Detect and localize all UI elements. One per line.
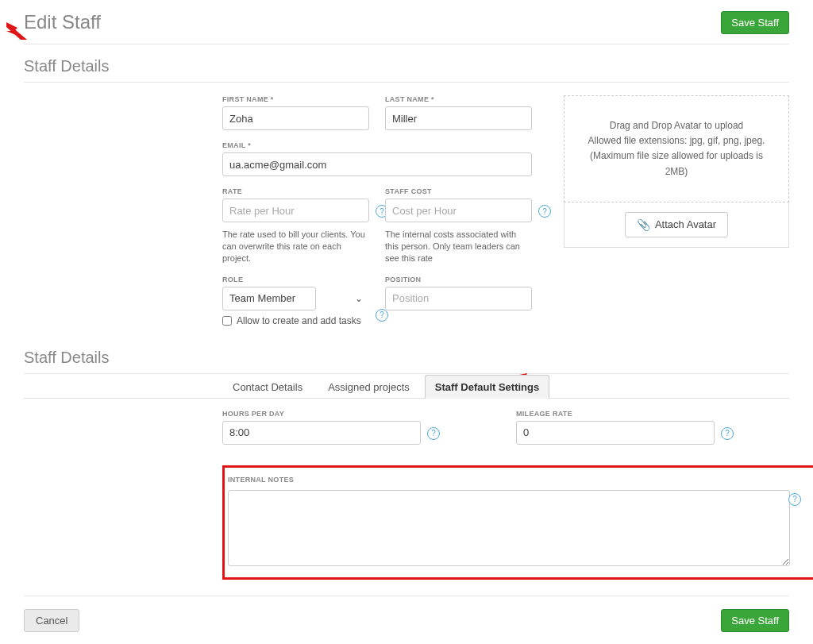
internal-notes-label: INTERNAL NOTES bbox=[228, 476, 800, 484]
internal-notes-textarea[interactable] bbox=[228, 490, 790, 566]
annotation-arrow-icon bbox=[6, 22, 27, 40]
first-name-input[interactable] bbox=[222, 106, 369, 130]
tab-staff-default-settings[interactable]: Staff Default Settings bbox=[425, 375, 549, 399]
tab-assigned-projects[interactable]: Assigned projects bbox=[318, 375, 420, 399]
avatar-drop-line3: (Maximum file size allowed for uploads i… bbox=[577, 148, 776, 179]
save-staff-button-bottom[interactable]: Save Staff bbox=[721, 609, 789, 632]
mileage-rate-label: MILEAGE RATE bbox=[516, 410, 715, 418]
hours-per-day-input[interactable] bbox=[222, 421, 421, 445]
help-icon[interactable]: ? bbox=[538, 205, 551, 218]
position-input[interactable] bbox=[385, 287, 532, 310]
rate-label: RATE bbox=[222, 187, 369, 195]
help-icon[interactable]: ? bbox=[721, 427, 734, 440]
divider bbox=[24, 596, 789, 596]
help-icon[interactable]: ? bbox=[427, 427, 440, 440]
allow-tasks-label: Allow to create and add tasks bbox=[237, 315, 361, 326]
position-label: POSITION bbox=[385, 276, 532, 283]
email-label: EMAIL * bbox=[222, 141, 532, 149]
cancel-button[interactable]: Cancel bbox=[24, 609, 79, 632]
rate-hint: The rate used to bill your clients. You … bbox=[222, 229, 369, 264]
staff-cost-label: STAFF COST bbox=[385, 187, 532, 195]
first-name-label: FIRST NAME * bbox=[222, 95, 369, 103]
email-input[interactable] bbox=[222, 152, 532, 176]
avatar-drop-line2: Allowed file extensions: jpg, gif, png, … bbox=[577, 133, 776, 148]
hours-per-day-label: HOURS PER DAY bbox=[222, 410, 421, 418]
section-title-details-2: Staff Details bbox=[24, 349, 789, 367]
mileage-rate-input[interactable] bbox=[516, 421, 715, 445]
paperclip-icon: 📎 bbox=[637, 218, 650, 231]
role-label: ROLE bbox=[222, 276, 369, 283]
chevron-down-icon: ⌄ bbox=[355, 293, 363, 304]
last-name-input[interactable] bbox=[385, 106, 532, 130]
divider bbox=[24, 82, 789, 83]
allow-tasks-checkbox[interactable] bbox=[222, 316, 232, 326]
section-title-details-1: Staff Details bbox=[24, 57, 789, 75]
rate-input[interactable] bbox=[222, 199, 369, 222]
last-name-label: LAST NAME * bbox=[385, 95, 532, 103]
internal-notes-highlight: INTERNAL NOTES ? bbox=[222, 465, 813, 580]
role-select[interactable]: Team Member bbox=[222, 287, 316, 310]
avatar-drop-line1: Drag and Drop Avatar to upload bbox=[577, 118, 776, 133]
save-staff-button-top[interactable]: Save Staff bbox=[721, 11, 789, 34]
avatar-dropzone[interactable]: Drag and Drop Avatar to upload Allowed f… bbox=[564, 95, 789, 202]
tab-contact-details[interactable]: Contact Details bbox=[222, 375, 313, 399]
staff-cost-hint: The internal costs associated with this … bbox=[385, 229, 532, 264]
divider bbox=[24, 44, 789, 44]
attach-avatar-label: Attach Avatar bbox=[655, 218, 716, 230]
attach-avatar-button[interactable]: 📎 Attach Avatar bbox=[625, 212, 728, 237]
page-title: Edit Staff bbox=[24, 11, 101, 33]
help-icon[interactable]: ? bbox=[788, 493, 801, 506]
staff-cost-input[interactable] bbox=[385, 199, 532, 222]
